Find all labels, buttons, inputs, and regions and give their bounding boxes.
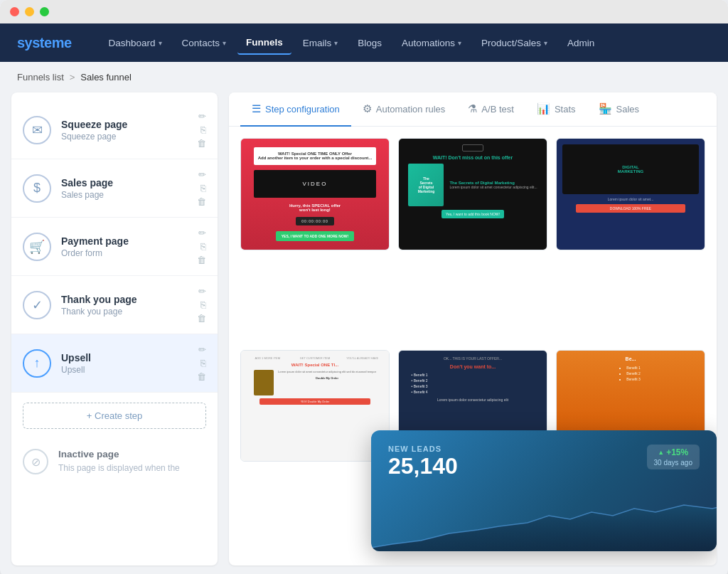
delete-icon[interactable]: 🗑: [197, 313, 206, 324]
breadcrumb: Funnels list > Sales funnel: [0, 62, 728, 92]
chevron-down-icon: ▾: [544, 39, 547, 47]
copy-icon[interactable]: ⎘: [200, 241, 206, 252]
step-upsell[interactable]: ↑ Upsell Upsell ✏ ⎘ 🗑: [11, 334, 218, 393]
step-info-thankyou: Thank you page Thank you page: [61, 294, 187, 317]
tabs-bar: ☰ Step configuration ⚙ Automation rules …: [229, 92, 717, 127]
chevron-down-icon: ▾: [159, 39, 162, 47]
step-icon-sales: $: [23, 174, 51, 203]
nav-blogs[interactable]: Blogs: [349, 32, 390, 54]
step-icon-upsell: ↑: [23, 349, 51, 378]
inactive-icon: ⊘: [23, 449, 48, 474]
step-actions-sales: ✏ ⎘ 🗑: [197, 169, 206, 207]
breadcrumb-separator: >: [70, 72, 75, 83]
tab-step-configuration[interactable]: ☰ Step configuration: [240, 92, 351, 127]
sales-icon: 🏪: [599, 102, 612, 115]
tab-sales[interactable]: 🏪 Sales: [587, 92, 651, 127]
edit-icon[interactable]: ✏: [198, 228, 206, 238]
delete-icon[interactable]: 🗑: [197, 255, 206, 265]
main-content: ✉ Squeeze page Squeeze page ✏ ⎘ 🗑 $ Sale…: [0, 92, 728, 574]
step-squeeze[interactable]: ✉ Squeeze page Squeeze page ✏ ⎘ 🗑: [11, 101, 218, 159]
step-icon-payment: 🛒: [23, 233, 51, 261]
stats-icon: 📊: [537, 102, 550, 115]
step-info-sales: Sales page Sales page: [61, 177, 187, 200]
breadcrumb-parent[interactable]: Funnels list: [17, 72, 64, 83]
step-actions-payment: ✏ ⎘ 🗑: [197, 228, 206, 265]
chevron-down-icon: ▾: [223, 39, 226, 47]
nav-items: Dashboard ▾ Contacts ▾ Funnels Emails ▾ …: [100, 31, 711, 55]
nav-funnels[interactable]: Funnels: [237, 31, 291, 55]
template-card-4[interactable]: ADD 1 MORE ITEM GET CUSTOMER ITEM YOU'LL…: [240, 350, 390, 462]
step-payment[interactable]: 🛒 Payment page Order form ✏ ⎘ 🗑: [11, 218, 218, 276]
copy-icon[interactable]: ⎘: [200, 183, 206, 193]
nav-automations[interactable]: Automations ▾: [393, 32, 470, 54]
copy-icon[interactable]: ⎘: [200, 299, 206, 310]
automation-icon: ⚙: [363, 102, 372, 115]
step-info-payment: Payment page Order form: [61, 235, 187, 258]
minimize-button[interactable]: [25, 7, 34, 16]
ab-test-icon: ⚗: [468, 102, 477, 115]
tab-ab-test[interactable]: ⚗ A/B test: [456, 92, 525, 127]
step-icon-thankyou: ✓: [23, 291, 51, 319]
list-icon: ☰: [252, 102, 261, 115]
step-sales[interactable]: $ Sales page Sales page ✏ ⎘ 🗑: [11, 159, 218, 218]
inactive-page-item: ⊘ Inactive page This page is displayed w…: [11, 439, 218, 484]
nav-emails[interactable]: Emails ▾: [294, 32, 347, 54]
breadcrumb-current: Sales funnel: [80, 72, 132, 83]
navbar: systeme Dashboard ▾ Contacts ▾ Funnels E…: [0, 23, 728, 62]
edit-icon[interactable]: ✏: [198, 344, 206, 355]
nav-admin[interactable]: Admin: [559, 32, 603, 54]
edit-icon[interactable]: ✏: [198, 286, 206, 297]
template-card-3[interactable]: DIGITALMARKETING Lorem ipsum dolor sit a…: [556, 138, 705, 250]
nav-product-sales[interactable]: Product/Sales ▾: [473, 32, 556, 54]
template-card-2[interactable]: WAIT! Don't miss out on this offer TheSe…: [398, 138, 547, 250]
left-panel: ✉ Squeeze page Squeeze page ✏ ⎘ 🗑 $ Sale…: [11, 92, 218, 565]
right-panel: ☰ Step configuration ⚙ Automation rules …: [229, 92, 717, 565]
template-card-5[interactable]: OK... THIS IS YOUR LAST OFFER... Don't y…: [398, 350, 547, 462]
brand-logo[interactable]: systeme: [17, 35, 72, 51]
window-chrome: [0, 0, 728, 23]
close-button[interactable]: [10, 7, 19, 16]
delete-icon[interactable]: 🗑: [197, 371, 206, 382]
step-icon-squeeze: ✉: [23, 116, 51, 144]
step-info-upsell: Upsell Upsell: [61, 352, 187, 375]
step-actions-thankyou: ✏ ⎘ 🗑: [197, 286, 206, 324]
template-card-1[interactable]: WAIT! Special ONE TIME ONLY OfferAdd ano…: [240, 138, 390, 250]
templates-grid: WAIT! Special ONE TIME ONLY OfferAdd ano…: [229, 127, 717, 564]
edit-icon[interactable]: ✏: [198, 111, 206, 122]
delete-icon[interactable]: 🗑: [197, 138, 206, 149]
delete-icon[interactable]: 🗑: [197, 196, 206, 207]
create-step-button[interactable]: + Create step: [23, 403, 206, 429]
maximize-button[interactable]: [40, 7, 49, 16]
step-info-squeeze: Squeeze page Squeeze page: [61, 119, 187, 142]
template-card-6[interactable]: Be... Benefit 1 Benefit 2 Benefit 3: [556, 350, 705, 462]
step-actions-squeeze: ✏ ⎘ 🗑: [197, 111, 206, 149]
edit-icon[interactable]: ✏: [198, 169, 206, 180]
copy-icon[interactable]: ⎘: [200, 358, 206, 368]
nav-dashboard[interactable]: Dashboard ▾: [100, 32, 171, 54]
chevron-down-icon: ▾: [334, 39, 338, 47]
chevron-down-icon: ▾: [458, 39, 461, 47]
tab-automation-rules[interactable]: ⚙ Automation rules: [351, 92, 457, 127]
step-actions-upsell: ✏ ⎘ 🗑: [197, 344, 206, 382]
copy-icon[interactable]: ⎘: [200, 124, 206, 135]
tab-stats[interactable]: 📊 Stats: [525, 92, 587, 127]
nav-contacts[interactable]: Contacts ▾: [173, 32, 235, 54]
step-thankyou[interactable]: ✓ Thank you page Thank you page ✏ ⎘ 🗑: [11, 276, 218, 334]
